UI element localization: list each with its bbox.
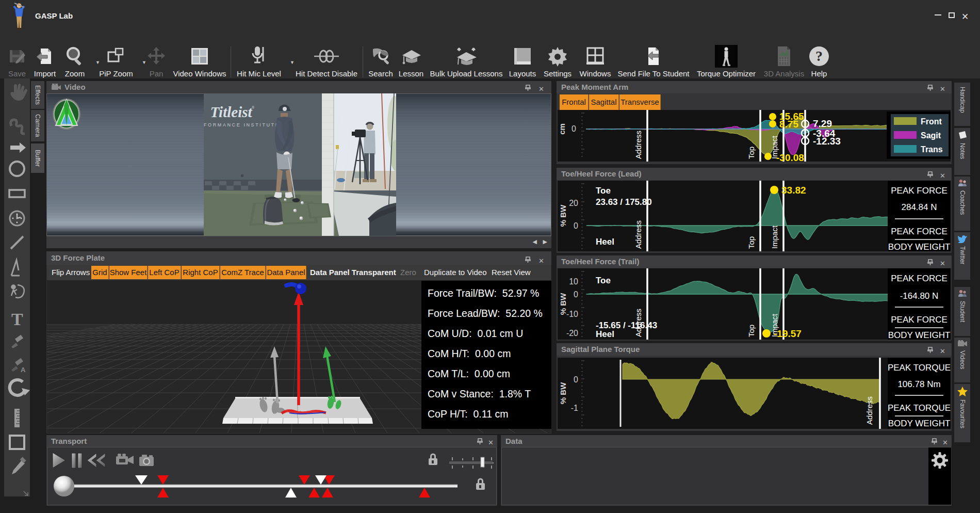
svg-text:-10: -10 (566, 310, 578, 318)
svg-text:0: 0 (574, 375, 578, 384)
svg-text:Address: Address (634, 131, 643, 159)
svg-text:-30.08: -30.08 (776, 152, 804, 162)
svg-text:T: T (11, 310, 23, 329)
svg-text:Top: Top (747, 236, 756, 249)
svg-text:8.75: 8.75 (779, 119, 798, 130)
svg-text:BODY WEIGHT: BODY WEIGHT (888, 242, 951, 251)
svg-text:Trans: Trans (921, 145, 943, 154)
svg-text:Toe: Toe (596, 186, 611, 196)
svg-text:23.63 / 175.80: 23.63 / 175.80 (596, 197, 652, 207)
svg-text:BODY WEIGHT: BODY WEIGHT (888, 330, 951, 340)
svg-text:PEAK TORQUE: PEAK TORQUE (888, 403, 951, 413)
svg-text:33.82: 33.82 (781, 185, 806, 196)
svg-text:20: 20 (569, 199, 578, 207)
svg-text:-164.80 N: -164.80 N (900, 291, 939, 301)
svg-text:Heel: Heel (596, 329, 614, 339)
svg-text:Front: Front (921, 117, 942, 126)
svg-text:-1: -1 (571, 404, 578, 412)
svg-text:-20: -20 (566, 329, 578, 338)
svg-text:-12.33: -12.33 (813, 136, 841, 147)
svg-text:-19.57: -19.57 (774, 328, 802, 339)
svg-text:106.78 Nm: 106.78 Nm (897, 379, 940, 389)
svg-text:cm: cm (558, 123, 566, 135)
svg-text:Address: Address (634, 220, 643, 249)
svg-text:PEAK FORCE: PEAK FORCE (891, 186, 948, 196)
svg-text:Top: Top (747, 147, 756, 159)
svg-text:% BW: % BW (559, 382, 567, 404)
svg-text:Address: Address (865, 396, 874, 425)
svg-text:PEAK TORQUE: PEAK TORQUE (888, 363, 951, 373)
svg-text:0: 0 (574, 221, 578, 230)
svg-text:Sagit: Sagit (921, 131, 941, 140)
svg-text:Impact: Impact (770, 225, 779, 249)
svg-text:PEAK FORCE: PEAK FORCE (891, 227, 948, 236)
svg-text:BODY WEIGHT: BODY WEIGHT (888, 419, 951, 428)
svg-text:% BW: % BW (559, 204, 567, 227)
svg-text:?: ? (815, 48, 823, 64)
svg-text:Heel: Heel (596, 237, 614, 247)
svg-text:7.29: 7.29 (813, 118, 832, 129)
svg-text:0: 0 (574, 290, 578, 299)
svg-text:PEAK FORCE: PEAK FORCE (891, 274, 948, 283)
svg-text:10: 10 (569, 277, 578, 286)
svg-text:A: A (21, 366, 26, 374)
svg-text:284.84 N: 284.84 N (902, 202, 937, 212)
svg-text:Top: Top (747, 325, 756, 337)
svg-text:PEAK FORCE: PEAK FORCE (891, 315, 948, 325)
svg-text:Toe: Toe (596, 276, 611, 285)
svg-text:0: 0 (571, 124, 576, 133)
